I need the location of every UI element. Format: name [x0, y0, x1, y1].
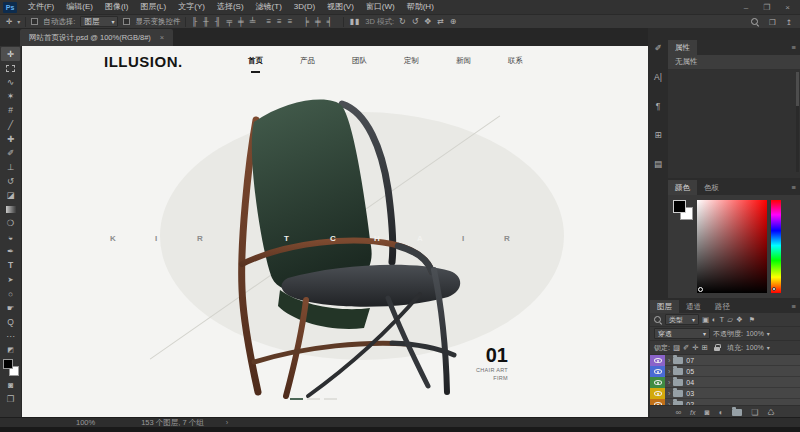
color-swatches[interactable]: [3, 359, 19, 376]
share-icon[interactable]: ↥: [786, 18, 792, 27]
menu-view[interactable]: 视图(V): [321, 0, 360, 14]
path-selection-tool[interactable]: ➤: [1, 273, 20, 287]
type-tool[interactable]: T: [1, 258, 20, 272]
edit-toolbar-button[interactable]: ⋯: [1, 329, 20, 343]
blend-mode-dropdown[interactable]: 穿透 ▾: [654, 328, 710, 339]
layer-group-row[interactable]: › 05: [650, 366, 800, 377]
dodge-tool[interactable]: ◒: [1, 230, 20, 244]
delete-layer-icon[interactable]: ♺: [767, 408, 774, 417]
tab-channels[interactable]: 通道: [679, 300, 708, 313]
chevron-down-icon[interactable]: ▾: [767, 344, 770, 351]
minimize-button[interactable]: –: [744, 3, 748, 12]
expand-chevron-icon[interactable]: ›: [668, 357, 670, 364]
menu-window[interactable]: 窗口(W): [360, 0, 401, 14]
layer-mask-icon[interactable]: ◙: [705, 408, 710, 417]
menu-filter[interactable]: 滤镜(T): [250, 0, 288, 14]
marquee-tool[interactable]: [1, 61, 20, 75]
menu-edit[interactable]: 编辑(E): [60, 0, 99, 14]
document-canvas[interactable]: K I R T C H A I R ILLUSION. 首页 产品 团队 定制 …: [22, 46, 648, 417]
workspace-switcher-icon[interactable]: ❐: [769, 18, 776, 27]
tab-paths[interactable]: 路径: [708, 300, 737, 313]
visibility-toggle[interactable]: [650, 355, 665, 366]
tab-properties[interactable]: 属性: [668, 40, 697, 55]
scrollbar[interactable]: [796, 72, 799, 172]
menu-3d[interactable]: 3D(D): [288, 0, 321, 14]
close-button[interactable]: ×: [785, 3, 790, 12]
chevron-down-icon[interactable]: ▾: [767, 330, 770, 337]
adjustment-layer-icon[interactable]: ◐: [718, 408, 723, 417]
show-transform-checkbox[interactable]: [123, 18, 130, 25]
fill-value[interactable]: 100%: [746, 344, 764, 351]
layer-group-row[interactable]: › 07: [650, 355, 800, 366]
status-chevron-icon[interactable]: ›: [226, 418, 229, 427]
menu-select[interactable]: 选择(S): [211, 0, 250, 14]
auto-select-checkbox[interactable]: [31, 18, 38, 25]
gradient-tool[interactable]: [1, 202, 20, 216]
eyedropper-tool[interactable]: ╱: [1, 117, 20, 131]
menu-layer[interactable]: 图层(L): [134, 0, 172, 14]
layer-group-row[interactable]: › 04: [650, 377, 800, 388]
new-layer-icon[interactable]: ❏: [751, 408, 758, 417]
visibility-toggle[interactable]: [650, 399, 665, 406]
panel-menu-icon[interactable]: ≡: [788, 180, 800, 195]
panel-menu-icon[interactable]: ≡: [788, 40, 800, 55]
foreground-color-swatch[interactable]: [3, 359, 13, 369]
blur-tool[interactable]: ❍: [1, 216, 20, 230]
hue-slider[interactable]: [771, 200, 781, 293]
zoom-level-field[interactable]: 100%: [76, 418, 95, 427]
filter-pin-icon[interactable]: ⚑: [749, 316, 755, 324]
saturation-brightness-field[interactable]: [697, 200, 767, 293]
menu-file[interactable]: 文件(F): [22, 0, 60, 14]
menu-help[interactable]: 帮助(H): [401, 0, 440, 14]
info-panel-icon[interactable]: ▤: [650, 158, 666, 170]
panel-color-swatches[interactable]: [673, 200, 693, 220]
tab-close-icon[interactable]: ×: [160, 33, 164, 42]
history-brush-tool[interactable]: ↺: [1, 174, 20, 188]
clone-stamp-tool[interactable]: ⊥: [1, 160, 20, 174]
distribute-spacing-icon[interactable]: ▮▮: [349, 17, 360, 26]
search-icon[interactable]: [751, 18, 759, 26]
layer-style-icon[interactable]: fx: [690, 409, 695, 416]
menu-image[interactable]: 图像(I): [99, 0, 135, 14]
tab-swatches[interactable]: 色板: [697, 180, 726, 195]
screen-mode-button[interactable]: ❐: [1, 392, 20, 406]
menu-type[interactable]: 文字(Y): [172, 0, 211, 14]
align-icons[interactable]: ╟╫╢╤╪╧: [191, 17, 261, 26]
magic-wand-tool[interactable]: ✶: [1, 89, 20, 103]
hand-tool[interactable]: ☛: [1, 301, 20, 315]
brush-tool[interactable]: ✐: [1, 146, 20, 160]
visibility-toggle[interactable]: [650, 388, 665, 399]
eraser-tool[interactable]: ◪: [1, 188, 20, 202]
visibility-toggle[interactable]: [650, 366, 665, 377]
lasso-tool[interactable]: ∿: [1, 75, 20, 89]
paragraph-panel-icon[interactable]: ¶: [650, 100, 666, 112]
lock-all-icon[interactable]: [714, 347, 720, 351]
shape-tool[interactable]: ○: [1, 287, 20, 301]
foreground-color-swatch[interactable]: [673, 200, 686, 213]
distribute-vertical-icons[interactable]: ≡≡≡: [266, 17, 298, 26]
crop-tool[interactable]: #: [1, 103, 20, 117]
new-group-icon[interactable]: [732, 409, 742, 416]
opacity-value[interactable]: 100%: [746, 330, 764, 337]
tool-preset-chevron-icon[interactable]: ▾: [17, 18, 20, 25]
3d-mode-icons[interactable]: ↻↺✥⇄⊕: [399, 17, 463, 26]
move-tool[interactable]: ✛: [1, 47, 20, 61]
quick-mask-button[interactable]: ◙: [1, 378, 20, 392]
brush-settings-panel-icon[interactable]: ✐: [650, 42, 666, 54]
zoom-tool[interactable]: Q: [1, 315, 20, 329]
expand-chevron-icon[interactable]: ›: [668, 379, 670, 386]
transform-panel-icon[interactable]: ⊞: [650, 129, 666, 141]
pen-tool[interactable]: ✒: [1, 244, 20, 258]
character-panel-icon[interactable]: A|: [650, 71, 666, 83]
distribute-horizontal-icons[interactable]: ╞╪╡: [303, 17, 338, 26]
document-tab[interactable]: 网站首页设计.psd @ 100%(RGB/8#) ×: [20, 29, 173, 46]
auto-select-dropdown[interactable]: 图层 ▾: [80, 16, 118, 27]
panel-menu-icon[interactable]: ≡: [788, 300, 800, 313]
tab-color[interactable]: 颜色: [668, 180, 697, 195]
visibility-toggle[interactable]: [650, 377, 665, 388]
link-layers-icon[interactable]: ∞: [675, 408, 681, 417]
tab-layers[interactable]: 图层: [650, 300, 679, 313]
restore-button[interactable]: ❐: [763, 3, 770, 12]
layer-group-row[interactable]: › 03: [650, 388, 800, 399]
expand-chevron-icon[interactable]: ›: [668, 390, 670, 397]
